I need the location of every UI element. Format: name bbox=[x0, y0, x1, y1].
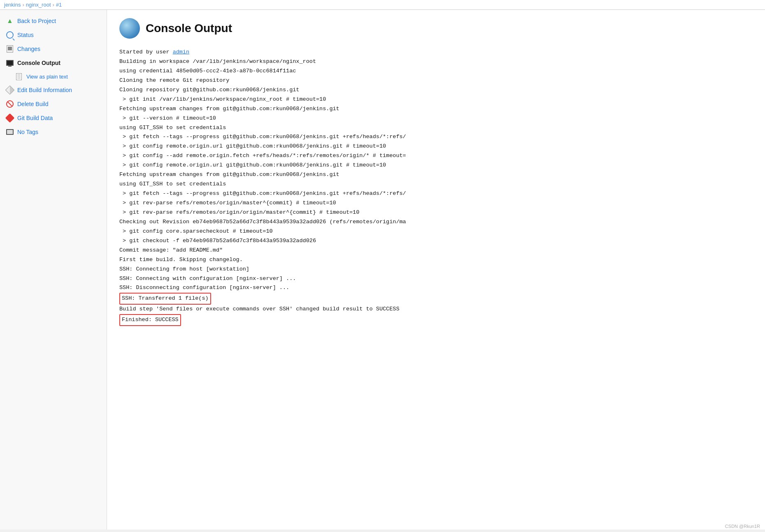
console-line: Building in workspace /var/lib/jenkins/w… bbox=[119, 57, 753, 67]
console-output-header-icon bbox=[119, 18, 140, 39]
console-line: > git checkout -f eb74eb9687b52a66d7c3f8… bbox=[119, 236, 753, 246]
breadcrumb-jenkins[interactable]: jenkins bbox=[4, 2, 21, 8]
console-line: Finished: SUCCESS bbox=[119, 314, 753, 326]
sidebar-item-no-tags[interactable]: No Tags bbox=[0, 125, 107, 139]
edit-build-info-icon bbox=[6, 86, 14, 94]
highlighted-console-line: Finished: SUCCESS bbox=[119, 314, 181, 326]
sidebar-item-status[interactable]: Status bbox=[0, 28, 107, 42]
sidebar-label-changes: Changes bbox=[17, 46, 40, 52]
sidebar-label-delete-build: Delete Build bbox=[17, 101, 49, 107]
sidebar-label-back-to-project: Back to Project bbox=[17, 18, 56, 24]
sidebar-item-view-plain-text[interactable]: View as plain text bbox=[0, 70, 107, 83]
console-line: SSH: Connecting with configuration [ngin… bbox=[119, 274, 753, 284]
status-icon bbox=[6, 31, 14, 39]
console-line: SSH: Transferred 1 file(s) bbox=[119, 293, 753, 305]
console-line: > git --version # timeout=10 bbox=[119, 114, 753, 123]
no-tags-icon bbox=[6, 128, 14, 136]
console-line: > git config remote.origin.url git@githu… bbox=[119, 161, 753, 170]
console-line: > git rev-parse refs/remotes/origin/orig… bbox=[119, 208, 753, 217]
console-line: Commit message: "add README.md" bbox=[119, 246, 753, 255]
sidebar-label-status: Status bbox=[17, 32, 34, 38]
sidebar-item-git-build-data[interactable]: Git Build Data bbox=[0, 111, 107, 125]
console-line: using credential 485e0d05-ccc2-41e3-a87b… bbox=[119, 67, 753, 76]
console-line: Cloning the remote Git repository bbox=[119, 76, 753, 86]
console-line: First time build. Skipping changelog. bbox=[119, 255, 753, 265]
console-line: using GIT_SSH to set credentials bbox=[119, 123, 753, 133]
sidebar-label-git-build-data: Git Build Data bbox=[17, 115, 53, 121]
changes-icon bbox=[6, 45, 14, 53]
breadcrumb-sep-1: › bbox=[22, 2, 24, 8]
console-line: Checking out Revision eb74eb9687b52a66d7… bbox=[119, 217, 753, 227]
git-build-data-icon bbox=[6, 114, 14, 122]
breadcrumb-build-num[interactable]: #1 bbox=[56, 2, 62, 8]
console-line: using GIT_SSH to set credentials bbox=[119, 180, 753, 189]
sidebar-label-edit-build-info: Edit Build Information bbox=[17, 87, 72, 93]
console-output-icon bbox=[6, 59, 14, 67]
console-line: Fetching upstream changes from git@githu… bbox=[119, 104, 753, 114]
sidebar: Back to Project Status Changes Console O… bbox=[0, 10, 107, 530]
sidebar-label-console-output: Console Output bbox=[17, 60, 60, 66]
delete-build-icon bbox=[6, 100, 14, 108]
console-line: Fetching upstream changes from git@githu… bbox=[119, 170, 753, 180]
console-output-area: Started by user adminBuilding in workspa… bbox=[119, 48, 753, 326]
highlighted-console-line: SSH: Transferred 1 file(s) bbox=[119, 293, 211, 305]
sidebar-item-edit-build-info[interactable]: Edit Build Information bbox=[0, 83, 107, 97]
console-line: Build step 'Send files or execute comman… bbox=[119, 305, 753, 314]
main-content: Console Output Started by user adminBuil… bbox=[107, 10, 765, 530]
console-line: Started by user admin bbox=[119, 48, 753, 57]
console-line: > git fetch --tags --progress git@github… bbox=[119, 189, 753, 199]
sidebar-item-back-to-project[interactable]: Back to Project bbox=[0, 14, 107, 28]
sidebar-item-delete-build[interactable]: Delete Build bbox=[0, 97, 107, 111]
breadcrumb: jenkins › nginx_root › #1 bbox=[0, 0, 765, 10]
console-line: > git config remote.origin.url git@githu… bbox=[119, 142, 753, 151]
console-line: > git fetch --tags --progress git@github… bbox=[119, 132, 753, 142]
console-admin-link[interactable]: admin bbox=[173, 49, 190, 55]
breadcrumb-nginx-root[interactable]: nginx_root bbox=[26, 2, 51, 8]
plain-text-icon bbox=[15, 72, 23, 81]
sidebar-label-plain-text: View as plain text bbox=[26, 74, 68, 80]
page-title: Console Output bbox=[146, 22, 232, 35]
console-line: SSH: Disconnecting configuration [nginx-… bbox=[119, 283, 753, 293]
page-header: Console Output bbox=[119, 18, 753, 39]
sidebar-label-no-tags: No Tags bbox=[17, 129, 38, 135]
console-line: > git rev-parse refs/remotes/origin/mast… bbox=[119, 199, 753, 208]
console-line: > git config --add remote.origin.fetch +… bbox=[119, 151, 753, 161]
console-line: SSH: Connecting from host [workstation] bbox=[119, 265, 753, 274]
sidebar-item-changes[interactable]: Changes bbox=[0, 42, 107, 56]
sidebar-item-console-output[interactable]: Console Output bbox=[0, 56, 107, 70]
console-line: Cloning repository git@github.com:rkun00… bbox=[119, 86, 753, 95]
console-line: > git init /var/lib/jenkins/workspace/ng… bbox=[119, 95, 753, 104]
watermark: CSDN @Rkun1R bbox=[725, 524, 760, 529]
back-to-project-icon bbox=[6, 17, 14, 25]
console-line: > git config core.sparsecheckout # timeo… bbox=[119, 227, 753, 236]
breadcrumb-sep-2: › bbox=[53, 2, 54, 8]
